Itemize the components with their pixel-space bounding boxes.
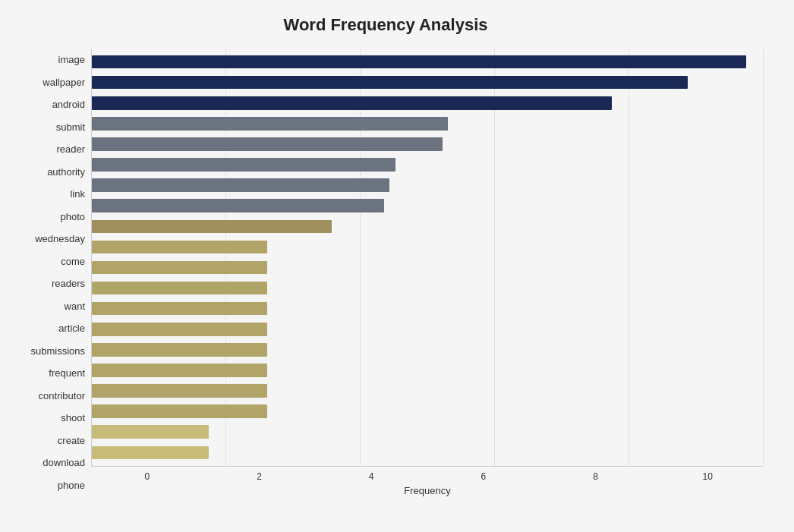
bar-row-android: [92, 93, 764, 113]
bar-row-submissions: [92, 319, 764, 339]
x-label-10: 10: [651, 471, 764, 482]
y-label-authority: authority: [47, 167, 85, 177]
bar-photo: [92, 199, 384, 212]
bar-row-come: [92, 237, 764, 257]
bars-wrapper: [92, 49, 764, 466]
bar-want: [92, 282, 267, 295]
bar-download: [92, 425, 209, 439]
y-label-shoot: shoot: [61, 413, 85, 423]
y-label-want: want: [65, 301, 85, 311]
y-label-android: android: [52, 99, 85, 109]
chart-container: Word Frequency Analysis imagewallpaperan…: [0, 0, 794, 532]
y-label-submissions: submissions: [30, 346, 85, 356]
bar-link: [92, 178, 389, 192]
y-label-reader: reader: [56, 144, 85, 154]
bar-row-frequent: [92, 339, 764, 360]
bar-phone: [92, 446, 209, 460]
bars-and-x: 0246810 Frequency: [91, 49, 764, 496]
y-label-article: article: [58, 323, 85, 333]
bar-row-contributor: [92, 360, 764, 380]
y-label-wallpaper: wallpaper: [43, 77, 85, 87]
bar-come: [92, 241, 267, 254]
bar-create: [92, 405, 267, 418]
x-label-0: 0: [91, 471, 203, 482]
x-label-6: 6: [427, 471, 540, 482]
bar-submit: [92, 117, 448, 131]
bars-region: [91, 49, 764, 467]
bar-row-shoot: [92, 381, 764, 401]
bar-row-readers: [92, 257, 764, 278]
bar-contributor: [92, 364, 267, 377]
y-axis-labels: imagewallpaperandroidsubmitreaderauthori…: [8, 49, 91, 496]
y-label-photo: photo: [60, 212, 85, 222]
bar-row-wallpaper: [92, 72, 764, 93]
bar-row-wednesday: [92, 216, 764, 237]
y-label-frequent: frequent: [49, 368, 85, 378]
x-label-2: 2: [203, 471, 316, 482]
y-label-submit: submit: [56, 122, 85, 132]
y-label-contributor: contributor: [39, 391, 85, 401]
bar-readers: [92, 261, 267, 275]
bar-row-reader: [92, 134, 764, 154]
bar-row-create: [92, 401, 764, 422]
x-label-4: 4: [315, 471, 427, 482]
bar-image: [92, 55, 746, 69]
bar-row-link: [92, 175, 764, 196]
bar-row-phone: [92, 442, 764, 463]
bar-row-download: [92, 422, 764, 442]
bar-frequent: [92, 343, 267, 357]
y-label-image: image: [58, 55, 85, 65]
x-axis-labels: 0246810: [91, 467, 764, 482]
bar-reader: [92, 137, 443, 151]
bar-row-want: [92, 278, 764, 298]
chart-area: imagewallpaperandroidsubmitreaderauthori…: [8, 49, 764, 496]
bar-row-image: [92, 52, 764, 72]
bar-wednesday: [92, 220, 332, 234]
bar-shoot: [92, 384, 267, 398]
y-label-create: create: [58, 436, 85, 445]
bar-android: [92, 96, 612, 110]
bar-row-submit: [92, 113, 764, 134]
y-label-link: link: [70, 189, 85, 199]
bar-authority: [92, 158, 395, 172]
bar-row-photo: [92, 196, 764, 216]
bar-article: [92, 302, 267, 316]
y-label-wednesday: wednesday: [35, 234, 85, 244]
bar-row-article: [92, 298, 764, 319]
y-label-readers: readers: [52, 279, 85, 288]
x-axis-title: Frequency: [91, 485, 764, 496]
y-label-come: come: [61, 257, 85, 266]
bar-wallpaper: [92, 76, 688, 90]
y-label-download: download: [43, 458, 85, 467]
bar-submissions: [92, 323, 267, 336]
bar-row-authority: [92, 154, 764, 175]
y-label-phone: phone: [58, 480, 85, 490]
chart-title: Word Frequency Analysis: [8, 15, 764, 35]
x-label-8: 8: [540, 471, 652, 482]
